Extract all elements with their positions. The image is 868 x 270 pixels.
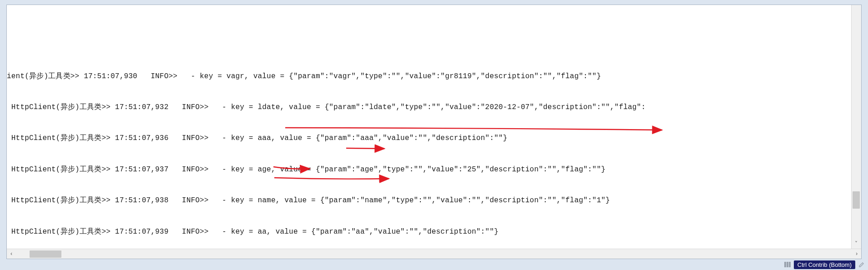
log-line: HttpClient(异步)工具类>> 17:51:07,937 INFO>> … <box>7 165 861 175</box>
editor-frame: ient(异步)工具类>> 17:51:07,930 INFO>> - key … <box>0 0 868 270</box>
status-pill[interactable]: Ctrl Contrib (Bottom) <box>794 260 855 269</box>
log-output[interactable]: ient(异步)工具类>> 17:51:07,930 INFO>> - key … <box>7 5 861 248</box>
vertical-scroll-thumb[interactable] <box>853 191 860 209</box>
scroll-left-icon[interactable]: ‹ <box>7 249 16 259</box>
annotation-layer <box>7 5 861 248</box>
scroll-down-icon[interactable]: ˅ <box>851 239 861 248</box>
horizontal-scroll-track[interactable] <box>16 249 852 259</box>
status-bar: Ctrl Contrib (Bottom) <box>0 259 868 270</box>
log-panel: ient(异步)工具类>> 17:51:07,930 INFO>> - key … <box>6 5 862 259</box>
status-columns-icon[interactable] <box>784 261 791 268</box>
horizontal-scroll-thumb[interactable] <box>30 250 61 258</box>
log-line: ient(异步)工具类>> 17:51:07,930 INFO>> - key … <box>7 71 861 82</box>
scroll-right-icon[interactable]: › <box>852 249 861 259</box>
svg-rect-0 <box>784 262 786 267</box>
log-line: HttpClient(异步)工具类>> 17:51:07,936 INFO>> … <box>7 133 861 144</box>
svg-rect-2 <box>789 262 791 267</box>
svg-rect-1 <box>787 262 788 267</box>
log-line: HttpClient(异步)工具类>> 17:51:07,939 INFO>> … <box>7 227 861 237</box>
log-line: HttpClient(异步)工具类>> 17:51:07,932 INFO>> … <box>7 102 861 113</box>
edit-icon[interactable] <box>858 261 865 268</box>
horizontal-scrollbar[interactable]: ‹ › <box>7 249 861 259</box>
vertical-scrollbar[interactable]: ˅ <box>851 5 861 249</box>
log-line: HttpClient(异步)工具类>> 17:51:07,938 INFO>> … <box>7 195 861 206</box>
